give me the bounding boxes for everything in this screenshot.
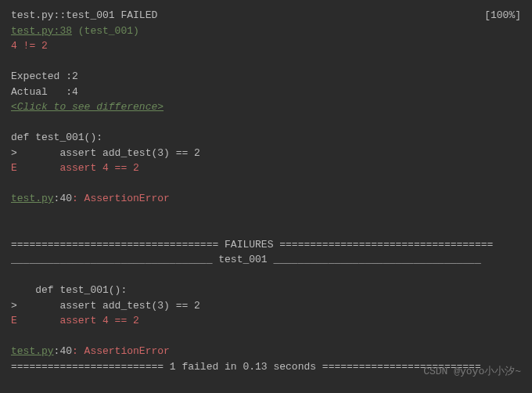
error-type: : AssertionError	[72, 345, 170, 357]
blank-line	[11, 54, 521, 70]
code-assert-line-2: > assert add_test(3) == 2	[11, 298, 521, 314]
trace-file-line: test.py:38 (test_001)	[11, 23, 521, 39]
exit-code-line: Process finished with exit code 0	[11, 390, 521, 394]
code-def-line: def test_001():	[11, 130, 521, 146]
actual-value: 4	[72, 86, 78, 98]
progress-text: [100%]	[484, 8, 521, 23]
blank-line	[11, 329, 521, 344]
actual-line: Actual :4	[11, 85, 521, 100]
blank-line	[11, 115, 521, 131]
status-header: test.py::test_001 FAILED [100%]	[11, 8, 521, 23]
error-location-line: test.py:40: AssertionError	[11, 191, 521, 207]
file-link[interactable]: test.py	[11, 345, 54, 357]
code-def-line-2: def test_001():	[11, 283, 521, 298]
line-number: :40	[54, 193, 72, 204]
assertion-mismatch: 4 != 2	[11, 38, 521, 54]
code-error-line-2: E assert 4 == 2	[11, 313, 521, 329]
failures-section-header: ================================== FAILU…	[11, 237, 521, 253]
blank-line	[11, 207, 521, 222]
line-number: :40	[54, 345, 72, 357]
diff-link[interactable]: <Click to see difference>	[11, 101, 164, 113]
expected-label: Expected :	[11, 70, 72, 82]
test-status-text: test.py::test_001 FAILED	[11, 8, 157, 23]
watermark: CSDN @yoyo小小汐~	[423, 364, 521, 380]
file-link[interactable]: test.py:38	[11, 25, 72, 37]
test-section-header: _________________________________ test_0…	[11, 252, 521, 268]
expected-value: 2	[72, 70, 78, 82]
expected-line: Expected :2	[11, 69, 521, 85]
blank-line	[11, 176, 521, 192]
blank-line	[11, 222, 521, 237]
test-name: (test_001)	[72, 25, 139, 37]
code-error-line: E assert 4 == 2	[11, 160, 521, 176]
code-assert-line: > assert add_test(3) == 2	[11, 146, 521, 161]
actual-label: Actual :	[11, 86, 72, 98]
file-link[interactable]: test.py	[11, 193, 54, 204]
error-location-line-2: test.py:40: AssertionError	[11, 344, 521, 359]
error-type: : AssertionError	[72, 193, 170, 204]
diff-link-line: <Click to see difference>	[11, 99, 521, 115]
blank-line	[11, 268, 521, 283]
